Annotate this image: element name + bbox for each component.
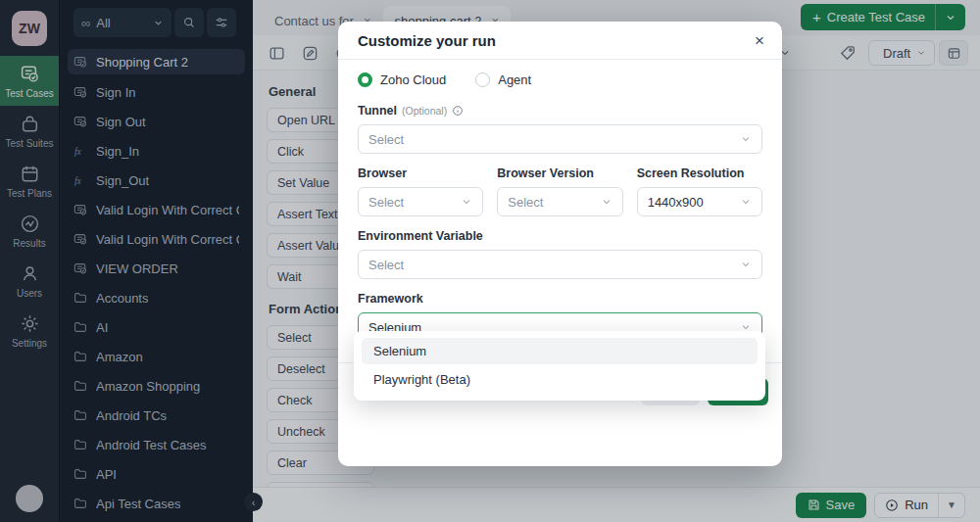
info-icon[interactable] xyxy=(452,105,464,117)
dropdown-option[interactable]: Selenium xyxy=(362,338,758,364)
tunnel-field: Tunnel (Optional) Select xyxy=(358,104,762,154)
dropdown-option-label: Selenium xyxy=(373,344,426,358)
chevron-down-icon xyxy=(461,196,472,208)
browser-label: Browser xyxy=(358,166,483,180)
environment-variable-select[interactable]: Select xyxy=(358,250,762,279)
framework-dropdown-menu: Selenium Playwright (Beta) xyxy=(354,331,765,401)
chevron-down-icon xyxy=(740,259,752,270)
browser-version-label: Browser Version xyxy=(497,166,622,180)
environment-variable-field: Environment Variable Select xyxy=(358,229,762,279)
browser-value: Select xyxy=(368,195,404,210)
customize-run-modal: Customize your run × Zoho Cloud Agent Tu… xyxy=(338,22,782,466)
dropdown-option[interactable]: Playwright (Beta) xyxy=(362,366,758,393)
chevron-down-icon xyxy=(601,196,612,208)
browser-version-field: Browser Version Select xyxy=(497,166,622,216)
screen-resolution-value: 1440x900 xyxy=(648,195,704,210)
radio-selected-icon xyxy=(358,72,372,87)
browser-version-select[interactable]: Select xyxy=(497,187,622,216)
radio-label: Zoho Cloud xyxy=(380,72,446,87)
app-root: ZW Test Cases Test Suites Test Plans Res… xyxy=(0,0,980,522)
chevron-down-icon xyxy=(740,133,752,145)
browser-field: Browser Select xyxy=(358,166,483,216)
modal-title: Customize your run xyxy=(358,32,496,49)
radio-agent[interactable]: Agent xyxy=(475,72,531,87)
screen-resolution-field: Screen Resolution 1440x900 xyxy=(637,166,762,216)
browser-settings-row: Browser Select Browser Version Select Sc… xyxy=(358,166,762,216)
environment-variable-value: Select xyxy=(368,258,404,272)
dropdown-option-label: Playwright (Beta) xyxy=(373,372,470,387)
close-icon[interactable]: × xyxy=(755,32,764,49)
browser-select[interactable]: Select xyxy=(358,187,483,216)
browser-version-value: Select xyxy=(508,195,543,210)
radio-label: Agent xyxy=(498,72,531,87)
chevron-down-icon xyxy=(740,196,752,208)
framework-label: Framework xyxy=(358,292,762,306)
screen-resolution-select[interactable]: 1440x900 xyxy=(637,187,762,216)
screen-resolution-label: Screen Resolution xyxy=(637,166,762,180)
tunnel-select[interactable]: Select xyxy=(358,124,762,154)
tunnel-label: Tunnel xyxy=(358,104,397,118)
radio-unselected-icon xyxy=(475,72,490,87)
environment-variable-label: Environment Variable xyxy=(358,229,762,243)
modal-header: Customize your run × xyxy=(338,22,782,60)
optional-hint: (Optional) xyxy=(402,105,447,117)
tunnel-value: Select xyxy=(368,132,404,147)
modal-body: Zoho Cloud Agent Tunnel (Optional) Selec… xyxy=(338,60,782,342)
radio-zoho-cloud[interactable]: Zoho Cloud xyxy=(358,72,446,87)
run-target-radio-group: Zoho Cloud Agent xyxy=(358,72,762,87)
